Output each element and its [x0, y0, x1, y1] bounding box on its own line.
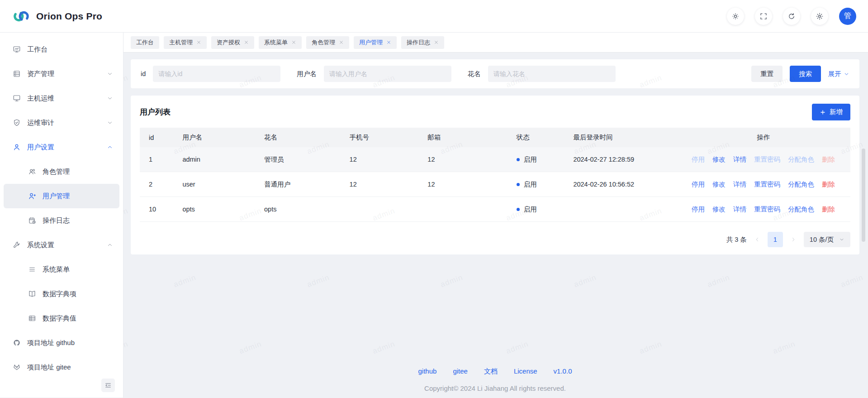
chevron-left-icon[interactable]: [754, 236, 760, 243]
sun-icon: [731, 12, 740, 20]
action-删除[interactable]: 删除: [822, 205, 835, 214]
tab-label: 操作日志: [407, 38, 430, 47]
tab-role-management[interactable]: 角色管理: [306, 36, 349, 49]
page-number-button[interactable]: 1: [768, 232, 783, 247]
actions-cell: 停用修改详情重置密码分配角色删除: [676, 147, 850, 172]
sidebar-item-user-management[interactable]: 用户管理: [4, 184, 119, 208]
theme-button[interactable]: [727, 8, 744, 25]
action-停用[interactable]: 停用: [692, 205, 705, 214]
clipboard-clock-icon: [28, 216, 36, 225]
user-plus-icon: [28, 192, 36, 200]
fullscreen-button[interactable]: [755, 8, 772, 25]
sidebar-item-system-settings[interactable]: 系统设置: [4, 233, 119, 257]
cell-lastLogin: 2024-02-27 12:28:59: [569, 147, 676, 172]
sidebar-item-user-settings[interactable]: 用户设置: [4, 135, 119, 159]
action-修改[interactable]: 修改: [712, 180, 726, 189]
app-title: Orion Ops Pro: [36, 11, 102, 22]
refresh-button[interactable]: [783, 8, 800, 25]
id-input[interactable]: [153, 66, 280, 82]
cell-id: 2: [140, 172, 179, 197]
tab-operation-log[interactable]: 操作日志: [401, 36, 444, 49]
sidebar-item-project-gitee[interactable]: 项目地址 gitee: [4, 355, 119, 379]
column-header-id: id: [140, 128, 179, 147]
chevron-down-icon: [839, 237, 844, 242]
sidebar-item-host-ops[interactable]: 主机运维: [4, 86, 119, 110]
tab-host-management[interactable]: 主机管理: [164, 36, 207, 49]
action-重置密码[interactable]: 重置密码: [754, 180, 780, 189]
action-修改[interactable]: 修改: [712, 155, 726, 164]
book-open-icon: [28, 290, 36, 298]
sidebar-item-label: 用户管理: [43, 192, 70, 201]
table-row: 1admin管理员1212启用2024-02-27 12:28:59停用修改详情…: [140, 147, 850, 172]
watermark-text: admin: [505, 340, 530, 356]
watermark-text: admin: [439, 273, 464, 289]
status-cell: 启用: [513, 172, 570, 197]
action-修改[interactable]: 修改: [712, 205, 726, 214]
main-area: 工作台主机管理资产授权系统菜单角色管理用户管理操作日志 adminadminad…: [123, 33, 868, 398]
search-button[interactable]: 搜索: [790, 66, 821, 82]
close-icon[interactable]: [386, 40, 391, 45]
user-avatar[interactable]: 管: [839, 8, 856, 25]
sidebar-item-role-management[interactable]: 角色管理: [4, 159, 119, 184]
tab-asset-auth[interactable]: 资产授权: [211, 36, 254, 49]
sidebar-item-label: 项目地址 github: [27, 339, 75, 347]
indent-collapse-icon: [104, 382, 112, 389]
sidebar-item-workbench[interactable]: 工作台: [4, 37, 119, 62]
cell-nickname: 普通用户: [261, 172, 346, 197]
action-详情[interactable]: 详情: [733, 155, 746, 164]
sidebar-item-asset-management[interactable]: 资产管理: [4, 62, 119, 86]
reset-button[interactable]: 重置: [751, 66, 783, 82]
sidebar-item-system-menu[interactable]: 系统菜单: [4, 257, 119, 282]
scrollbar-thumb[interactable]: [862, 149, 865, 242]
username-input[interactable]: [324, 66, 451, 82]
collapse-sidebar-button[interactable]: [101, 379, 115, 392]
action-重置密码[interactable]: 重置密码: [754, 205, 780, 214]
action-分配角色[interactable]: 分配角色: [788, 180, 814, 189]
watermark-text: admin: [123, 206, 129, 223]
sidebar-item-ops-audit[interactable]: 运维审计: [4, 110, 119, 135]
chevron-right-icon[interactable]: [790, 236, 797, 243]
action-详情[interactable]: 详情: [733, 205, 746, 214]
footer-link-gitee[interactable]: gitee: [453, 367, 468, 376]
settings-button[interactable]: [811, 8, 828, 25]
sidebar-item-dict-values[interactable]: 数据字典值: [4, 306, 119, 331]
close-icon[interactable]: [196, 40, 201, 45]
cell-username: opts: [179, 197, 261, 222]
action-停用[interactable]: 停用: [692, 180, 705, 189]
sidebar-item-operation-log[interactable]: 操作日志: [4, 208, 119, 233]
chevron-down-icon: [107, 120, 113, 126]
tab-system-menu[interactable]: 系统菜单: [259, 36, 302, 49]
close-icon[interactable]: [291, 40, 296, 45]
tab-workbench[interactable]: 工作台: [131, 36, 159, 49]
footer-link-License[interactable]: License: [514, 367, 537, 376]
page-size-select[interactable]: 10 条/页: [804, 232, 850, 247]
users-icon: [28, 168, 36, 176]
gitee-icon: [13, 363, 21, 371]
monitor-chart-icon: [13, 45, 21, 53]
action-停用: 停用: [692, 155, 705, 164]
sidebar-item-dict-keys[interactable]: 数据字典项: [4, 282, 119, 306]
nickname-input[interactable]: [488, 66, 616, 82]
close-icon[interactable]: [244, 40, 249, 45]
action-分配角色[interactable]: 分配角色: [788, 205, 814, 214]
sidebar-item-label: 系统设置: [27, 241, 54, 249]
action-删除: 删除: [822, 155, 835, 164]
footer-link-文档[interactable]: 文档: [484, 367, 498, 376]
footer-link-v1.0.0[interactable]: v1.0.0: [554, 367, 572, 376]
card-title: 用户列表: [140, 107, 171, 117]
sidebar-item-project-github[interactable]: 项目地址 github: [4, 331, 119, 355]
gear-icon: [816, 12, 824, 20]
sidebar-item-label: 用户设置: [27, 143, 54, 152]
close-icon[interactable]: [339, 40, 344, 45]
expand-toggle[interactable]: 展开: [828, 70, 849, 78]
action-删除[interactable]: 删除: [822, 180, 835, 189]
tab-user-management[interactable]: 用户管理: [354, 36, 397, 49]
action-详情[interactable]: 详情: [733, 180, 746, 189]
add-user-button[interactable]: 新增: [812, 104, 850, 120]
footer-link-github[interactable]: github: [418, 367, 437, 376]
cell-email: 12: [424, 172, 512, 197]
column-header-actions: 操作: [676, 128, 850, 147]
close-icon[interactable]: [434, 40, 439, 45]
cell-username: user: [179, 172, 261, 197]
actions-cell: 停用修改详情重置密码分配角色删除: [676, 197, 850, 222]
